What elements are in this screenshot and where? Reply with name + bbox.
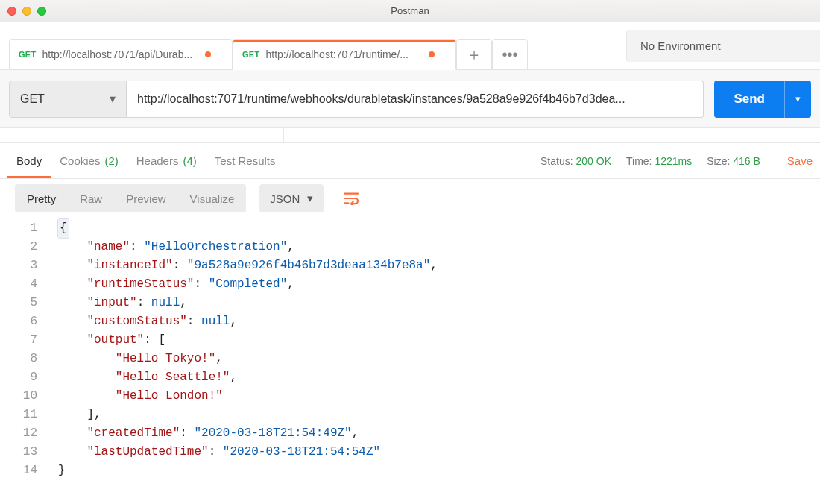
request-tab-0[interactable]: GET http://localhost:7071/api/Durab... [9, 39, 233, 70]
code-content: "output": [ [58, 331, 165, 350]
code-content: "Hello Tokyo!", [58, 350, 223, 368]
code-line: 8 "Hello Tokyo!", [0, 350, 820, 368]
code-content: "lastUpdatedTime": "2020-03-18T21:54:54Z… [58, 443, 380, 462]
send-options-button[interactable]: ▾ [784, 81, 811, 118]
code-line: 13 "lastUpdatedTime": "2020-03-18T21:54:… [0, 443, 820, 462]
chevron-down-icon: ▾ [110, 92, 116, 106]
request-tab-1[interactable]: GET http://localhost:7071/runtime/... [233, 39, 456, 70]
code-content: "customStatus": null, [58, 312, 237, 331]
code-line: 12 "createdTime": "2020-03-18T21:54:49Z"… [0, 424, 820, 443]
line-number: 1 [0, 219, 58, 238]
tab-method: GET [19, 50, 37, 59]
line-number: 12 [0, 424, 58, 443]
window-title: Postman [0, 5, 820, 16]
chevron-down-icon: ▾ [795, 93, 801, 104]
code-line: 4 "runtimeStatus": "Completed", [0, 275, 820, 294]
code-line: 11 ], [0, 406, 820, 424]
code-line: 9 "Hello Seattle!", [0, 368, 820, 387]
line-number: 9 [0, 368, 58, 387]
code-line: 2 "name": "HelloOrchestration", [0, 238, 820, 256]
method-selector[interactable]: GET ▾ [9, 81, 127, 118]
code-content: } [58, 462, 66, 480]
chevron-down-icon: ▾ [307, 192, 313, 205]
tab-label: http://localhost:7071/runtime/... [266, 48, 423, 60]
code-content: "input": null, [58, 294, 187, 312]
request-bar: GET ▾ Send ▾ [0, 70, 820, 128]
code-content: { [58, 219, 69, 238]
tab-label: http://localhost:7071/api/Durab... [42, 48, 199, 60]
headers-count: (4) [183, 154, 196, 167]
wrap-lines-button[interactable] [337, 184, 365, 212]
code-line: 6 "customStatus": null, [0, 312, 820, 331]
cookies-label: Cookies [60, 154, 100, 167]
view-pretty[interactable]: Pretty [15, 192, 68, 205]
tab-cookies[interactable]: Cookies (2) [51, 143, 127, 178]
code-line: 10 "Hello London!" [0, 387, 820, 406]
code-line: 14} [0, 462, 820, 480]
response-meta: Status: 200 OK Time: 1221ms Size: 416 B … [540, 154, 813, 167]
titlebar: Postman [0, 0, 820, 22]
unsaved-dot-icon [429, 51, 435, 57]
size-value: 416 B [733, 155, 760, 167]
status-value: 200 OK [576, 155, 611, 167]
line-number: 8 [0, 350, 58, 368]
url-input[interactable] [137, 92, 693, 106]
code-line: 1{ [0, 219, 820, 238]
headers-label: Headers [136, 154, 179, 167]
line-number: 2 [0, 238, 58, 256]
cookies-count: (2) [104, 154, 118, 167]
environment-selector[interactable]: No Environment [626, 30, 820, 62]
response-subtabs: Body Cookies (2) Headers (4) Test Result… [0, 143, 820, 179]
send-group: Send ▾ [714, 81, 811, 118]
tab-overflow-button[interactable]: ••• [492, 39, 528, 70]
tab-row: GET http://localhost:7071/api/Durab... G… [0, 22, 820, 70]
code-content: "Hello London!" [58, 387, 223, 406]
size-label: Size: 416 B [707, 155, 760, 167]
new-tab-button[interactable]: ＋ [456, 39, 492, 70]
divider-row [0, 128, 820, 143]
view-raw[interactable]: Raw [68, 192, 114, 205]
view-visualize[interactable]: Visualize [178, 192, 247, 205]
code-content: "runtimeStatus": "Completed", [58, 275, 294, 294]
line-number: 7 [0, 331, 58, 350]
code-line: 5 "input": null, [0, 294, 820, 312]
code-content: "createdTime": "2020-03-18T21:54:49Z", [58, 424, 359, 443]
format-label: JSON [270, 192, 300, 205]
line-number: 13 [0, 443, 58, 462]
tab-test-results[interactable]: Test Results [206, 143, 285, 178]
url-field-wrapper [127, 81, 704, 118]
status-label: Status: 200 OK [540, 155, 611, 167]
method-value: GET [20, 92, 45, 106]
code-line: 3 "instanceId": "9a528a9e926f4b46b7d3dea… [0, 256, 820, 275]
line-number: 3 [0, 256, 58, 275]
code-content: "instanceId": "9a528a9e926f4b46b7d3deaa1… [58, 256, 438, 275]
time-label: Time: 1221ms [626, 155, 692, 167]
line-number: 6 [0, 312, 58, 331]
environment-label: No Environment [640, 40, 721, 52]
tab-method: GET [242, 50, 260, 59]
send-button[interactable]: Send [714, 81, 784, 118]
line-number: 14 [0, 462, 58, 480]
line-number: 5 [0, 294, 58, 312]
time-value: 1221ms [655, 155, 692, 167]
tab-headers[interactable]: Headers (4) [127, 143, 206, 178]
code-content: ], [58, 406, 101, 424]
code-line: 7 "output": [ [0, 331, 820, 350]
body-view-toolbar: Pretty Raw Preview Visualize JSON ▾ [0, 179, 820, 218]
response-body-code[interactable]: 1{2 "name": "HelloOrchestration",3 "inst… [0, 218, 820, 480]
unsaved-dot-icon [205, 51, 211, 57]
line-number: 10 [0, 387, 58, 406]
view-mode-group: Pretty Raw Preview Visualize [15, 184, 246, 212]
save-response-button[interactable]: Save [787, 154, 813, 167]
line-number: 4 [0, 275, 58, 294]
code-content: "name": "HelloOrchestration", [58, 238, 294, 256]
code-content: "Hello Seattle!", [58, 368, 237, 387]
tab-body[interactable]: Body [7, 143, 51, 178]
format-selector[interactable]: JSON ▾ [259, 184, 324, 212]
request-tabs: GET http://localhost:7071/api/Durab... G… [0, 22, 619, 69]
view-preview[interactable]: Preview [114, 192, 177, 205]
line-number: 11 [0, 406, 58, 424]
